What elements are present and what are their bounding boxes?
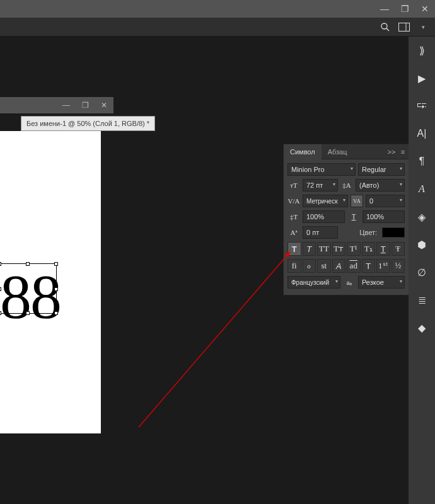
- doc-minimize-button[interactable]: —: [57, 97, 76, 113]
- app-topbar: ▾: [0, 18, 435, 37]
- hscale-input[interactable]: 100%: [362, 210, 405, 223]
- search-icon[interactable]: [380, 21, 391, 33]
- maximize-button[interactable]: ❐: [395, 0, 415, 18]
- stylistic-button[interactable]: 1ˢᵗ: [376, 259, 390, 273]
- panel-menu-icon[interactable]: ≡: [397, 148, 409, 156]
- leading-select[interactable]: (Авто)▾: [356, 179, 405, 192]
- opentype-row: fi ℴ st A ad T 1ˢᵗ ½: [287, 259, 405, 273]
- minimize-button[interactable]: —: [374, 0, 395, 18]
- fractions-button[interactable]: ½: [392, 259, 405, 273]
- right-toolbar: ⟫ ▶ ⮓ A| ¶ A ◈ ⬢ ∅ ≣ ◆: [409, 37, 435, 504]
- baseline-input[interactable]: 0 пт: [303, 226, 338, 239]
- panel-collapse-icon[interactable]: >>: [386, 148, 397, 156]
- svg-line-1: [386, 28, 389, 31]
- layers-icon[interactable]: ⬢: [414, 237, 429, 252]
- kerning-icon: V/A: [287, 195, 300, 207]
- tracking-select[interactable]: 0▾: [366, 195, 405, 207]
- paths-icon[interactable]: ≣: [414, 292, 429, 307]
- baseline-icon: Aª: [287, 226, 300, 239]
- ligatures-button[interactable]: fi: [287, 259, 301, 273]
- close-button[interactable]: ✕: [415, 0, 435, 18]
- vscale-input[interactable]: 100%: [303, 210, 345, 223]
- vscale-icon: ‡T: [287, 210, 300, 223]
- history-icon[interactable]: ⟫: [414, 43, 429, 58]
- ordinals-button[interactable]: ad: [347, 259, 361, 273]
- strikethrough-button[interactable]: Ŧ: [392, 242, 405, 256]
- color-swatch[interactable]: [382, 227, 405, 238]
- leading-icon: ‡A: [340, 179, 353, 192]
- layout-icon[interactable]: [398, 21, 410, 33]
- subscript-button[interactable]: T₁: [362, 242, 376, 256]
- hscale-icon: T: [347, 210, 360, 223]
- font-size-select[interactable]: 72 пт▾: [303, 179, 338, 192]
- small-caps-button[interactable]: Tᴛ: [332, 242, 346, 256]
- text-layer[interactable]: 88: [0, 260, 61, 333]
- kerning-select[interactable]: Метрическ▾: [303, 195, 348, 207]
- character-panel: Символ Абзац >> ≡ Minion Pro▾ Regular▾ т…: [283, 144, 409, 295]
- svg-rect-2: [399, 23, 410, 31]
- document-tab[interactable]: Без имени-1 @ 50% (Слой 1, RGB/8) *: [21, 116, 155, 131]
- all-caps-button[interactable]: TT: [317, 242, 331, 256]
- type-styles-row: T T TT Tᴛ T¹ T₁ T Ŧ: [287, 242, 405, 256]
- language-select[interactable]: Французский▾: [287, 276, 340, 289]
- doc-maximize-button[interactable]: ❐: [76, 97, 95, 113]
- color-label: Цвет:: [340, 229, 380, 236]
- justification-button[interactable]: T: [362, 259, 376, 273]
- faux-italic-button[interactable]: T: [303, 242, 316, 256]
- swash-button[interactable]: st: [317, 259, 331, 273]
- canvas[interactable]: 88: [0, 131, 101, 433]
- titling-button[interactable]: A: [332, 259, 346, 273]
- antialias-icon: aₐ: [343, 276, 356, 289]
- tab-character[interactable]: Символ: [284, 144, 322, 159]
- actions-icon[interactable]: ▶: [414, 71, 429, 86]
- font-family-select[interactable]: Minion Pro▾: [287, 163, 356, 176]
- font-size-icon: тT: [287, 179, 300, 192]
- font-style-select[interactable]: Regular▾: [358, 163, 405, 176]
- app-titlebar: — ❐ ✕: [0, 0, 435, 18]
- svg-point-0: [381, 23, 387, 29]
- tab-paragraph[interactable]: Абзац: [322, 144, 354, 159]
- adjustments-icon[interactable]: ◆: [414, 320, 429, 335]
- antialias-select[interactable]: Резкое▾: [358, 276, 405, 289]
- workspace: — ❐ ✕ Без имени-1 @ 50% (Слой 1, RGB/8) …: [0, 37, 409, 504]
- topbar-chevron-icon[interactable]: ▾: [417, 21, 429, 33]
- paragraph-icon[interactable]: ¶: [414, 154, 429, 169]
- channels-icon[interactable]: ∅: [414, 265, 429, 280]
- doc-close-button[interactable]: ✕: [95, 97, 113, 113]
- discretionary-ligatures-button[interactable]: ℴ: [303, 259, 316, 273]
- faux-bold-button[interactable]: T: [287, 242, 301, 256]
- tracking-icon: VA: [351, 195, 363, 207]
- superscript-button[interactable]: T¹: [347, 242, 361, 256]
- document-window-chrome: — ❐ ✕: [0, 97, 113, 113]
- underline-button[interactable]: T: [376, 242, 390, 256]
- glyphs-icon[interactable]: A: [414, 181, 429, 197]
- panel-tabs: Символ Абзац >> ≡: [284, 144, 409, 159]
- character-icon[interactable]: A|: [414, 126, 429, 141]
- cube-icon[interactable]: ◈: [414, 209, 429, 224]
- swap-icon[interactable]: ⮓: [414, 98, 429, 113]
